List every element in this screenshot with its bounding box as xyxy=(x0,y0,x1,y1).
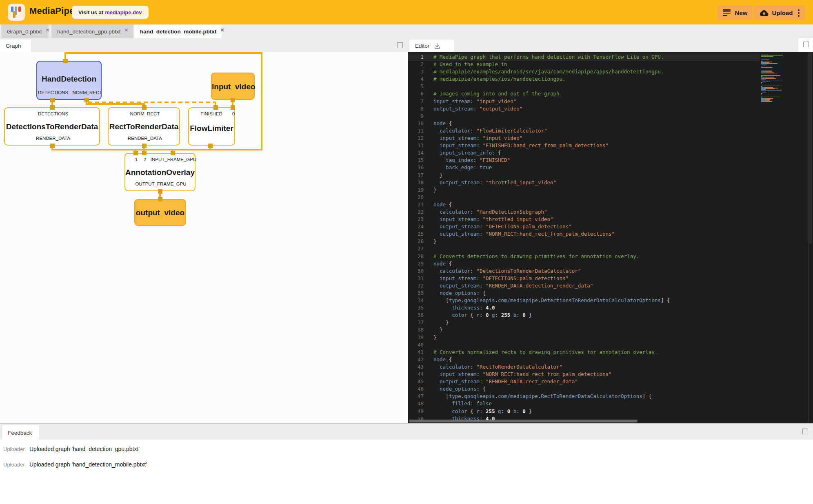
code-line-32[interactable]: 32 output_stream: "RENDER_DATA:detection… xyxy=(408,282,760,290)
code-line-35[interactable]: 35 thickness: 4.0 xyxy=(408,304,760,312)
node-port[interactable] xyxy=(84,98,89,102)
new-button[interactable]: New xyxy=(717,5,753,20)
code-line-26[interactable]: 26} xyxy=(408,238,760,245)
code-line-30[interactable]: 30 calculator: "DetectionsToRenderDataCa… xyxy=(408,267,760,275)
code-area[interactable]: 1# MediaPipe graph that performs hand de… xyxy=(408,53,760,423)
tab-editor[interactable]: Editor xyxy=(409,40,454,52)
line-number: 23 xyxy=(408,216,424,223)
close-tab-icon[interactable]: ✕ xyxy=(124,27,128,33)
code-line-27[interactable]: 27 xyxy=(408,245,760,252)
editor-vertical-scrollbar[interactable] xyxy=(809,52,812,244)
graph-node-DetectionsToRenderData[interactable]: DetectionsToRenderDataDETECTIONSRENDER_D… xyxy=(4,107,100,146)
graph-node-HandDetection[interactable]: HandDetectionDETECTIONSNORM_RECT xyxy=(36,61,102,100)
graph-node-RectToRenderData[interactable]: RectToRenderDataNORM_RECTRENDER_DATA xyxy=(108,107,180,146)
code-line-22[interactable]: 22 calculator: "HandDetectionSubgraph" xyxy=(408,208,760,216)
code-editor[interactable]: 1# MediaPipe graph that performs hand de… xyxy=(407,52,813,423)
code-line-42[interactable]: 42node { xyxy=(408,356,760,363)
code-line-39[interactable]: 39} xyxy=(408,334,760,341)
code-line-11[interactable]: 11 calculator: "FlowLimiterCalculator" xyxy=(408,127,760,135)
code-line-8[interactable]: 8output_stream: "output_video" xyxy=(408,105,760,113)
code-line-13[interactable]: 13 input_stream: "FINISHED:hand_rect_fro… xyxy=(408,142,760,149)
node-port[interactable] xyxy=(231,105,235,110)
code-line-5[interactable]: 5 xyxy=(408,83,760,90)
graph-node-AnnotationOverlay[interactable]: AnnotationOverlay12INPUT_FRAME_GPUOUTPUT… xyxy=(124,153,195,191)
expand-feedback-panel-icon[interactable] xyxy=(802,429,808,434)
code-line-38[interactable]: 38 } xyxy=(408,326,760,334)
node-port[interactable] xyxy=(213,105,218,110)
code-line-40[interactable]: 40 xyxy=(408,341,760,349)
tab-graph[interactable]: Graph xyxy=(0,40,31,52)
code-line-48[interactable]: 48 filled: false xyxy=(408,400,760,407)
code-line-7[interactable]: 7input_stream: "input_video" xyxy=(408,98,760,105)
code-line-23[interactable]: 23 input_stream: "throttled_input_video" xyxy=(408,216,760,223)
node-port[interactable] xyxy=(63,59,68,63)
code-line-6[interactable]: 6# Images coming into and out of the gra… xyxy=(408,90,760,97)
graph-node-input_video[interactable]: input_video xyxy=(211,73,255,100)
node-port[interactable] xyxy=(208,144,213,148)
file-tab-Graph_0.pbtxt[interactable]: Graph_0.pbtxt✕ xyxy=(1,24,49,38)
node-port[interactable] xyxy=(133,151,138,155)
more-options-icon[interactable] xyxy=(798,9,800,17)
expand-editor-panel-icon[interactable] xyxy=(803,42,809,47)
code-line-2[interactable]: 2# Used in the example in xyxy=(408,61,760,68)
graph-node-FlowLimiter[interactable]: FlowLimiterFINISHED0 xyxy=(188,107,235,146)
upload-button[interactable]: Upload xyxy=(754,5,805,20)
code-line-21[interactable]: 21node { xyxy=(408,201,760,208)
code-line-41[interactable]: 41# Converts normalized rects to drawing… xyxy=(408,349,760,356)
close-tab-icon[interactable]: ✕ xyxy=(220,27,224,33)
download-icon[interactable] xyxy=(433,42,441,50)
code-line-1[interactable]: 1# MediaPipe graph that performs hand de… xyxy=(408,53,760,61)
node-port[interactable] xyxy=(142,144,147,148)
close-tab-icon[interactable]: ✕ xyxy=(46,27,50,33)
editor-horizontal-scrollbar[interactable] xyxy=(409,420,638,422)
node-port[interactable] xyxy=(50,144,55,148)
code-line-25[interactable]: 25 output_stream: "NORM_RECT:hand_rect_f… xyxy=(408,230,760,238)
node-port[interactable] xyxy=(158,189,162,194)
code-line-17[interactable]: 17 } xyxy=(408,172,760,179)
code-line-43[interactable]: 43 calculator: "RectToRenderDataCalculat… xyxy=(408,363,760,371)
code-line-24[interactable]: 24 output_stream: "DETECTIONS:palm_detec… xyxy=(408,223,760,230)
code-line-20[interactable]: 20 xyxy=(408,194,760,201)
node-port[interactable] xyxy=(142,151,147,155)
code-line-28[interactable]: 28# Converts detections to drawing primi… xyxy=(408,253,760,260)
node-port[interactable] xyxy=(231,98,235,102)
code-line-18[interactable]: 18 output_stream: "throttled_input_video… xyxy=(408,179,760,186)
node-port[interactable] xyxy=(158,197,162,201)
node-port[interactable] xyxy=(171,151,175,155)
code-line-19[interactable]: 19} xyxy=(408,186,760,194)
file-tab-hand_detection_gpu.pbtxt[interactable]: hand_detection_gpu.pbtxt✕ xyxy=(51,24,133,38)
code-line-14[interactable]: 14 input_stream_info: { xyxy=(408,149,760,157)
code-line-31[interactable]: 31 input_stream: "DETECTIONS:palm_detect… xyxy=(408,275,760,282)
line-number: 11 xyxy=(408,127,424,135)
code-line-15[interactable]: 15 tag_index: "FINISHED" xyxy=(408,157,760,164)
code-line-10[interactable]: 10node { xyxy=(408,120,760,127)
mediapipe-dev-link[interactable]: mediapipe.dev xyxy=(105,9,142,15)
file-tab-hand_detection_mobile.pbtxt[interactable]: hand_detection_mobile.pbtxt✕ xyxy=(134,24,222,38)
code-line-46[interactable]: 46 node_options: { xyxy=(408,385,760,393)
code-line-12[interactable]: 12 input_stream: "input_video" xyxy=(408,135,760,142)
code-line-16[interactable]: 16 back_edge: true xyxy=(408,164,760,171)
code-line-3[interactable]: 3# mediapipie/examples/android/src/java/… xyxy=(408,68,760,75)
tab-feedback[interactable]: Feedback xyxy=(2,425,39,440)
code-line-4[interactable]: 4# mediapipie/examples/ios/handdetection… xyxy=(408,75,760,83)
code-line-47[interactable]: 47 [type.googleapis.com/mediapipe.RectTo… xyxy=(408,393,760,400)
graph-canvas[interactable]: HandDetectionDETECTIONSNORM_RECTinput_vi… xyxy=(0,52,407,423)
node-title: output_video xyxy=(135,208,185,217)
editor-minimap[interactable] xyxy=(761,54,806,103)
code-line-33[interactable]: 33 node_options: { xyxy=(408,290,760,297)
node-port[interactable] xyxy=(142,105,147,110)
code-line-9[interactable]: 9 xyxy=(408,113,760,120)
code-line-45[interactable]: 45 output_stream: "RENDER_DATA:rect_rend… xyxy=(408,378,760,385)
node-port[interactable] xyxy=(50,105,55,110)
code-line-44[interactable]: 44 input_stream: "NORM_RECT:hand_rect_fr… xyxy=(408,371,760,378)
node-port[interactable] xyxy=(50,98,55,102)
graph-node-output_video[interactable]: output_video xyxy=(134,199,186,226)
code-line-29[interactable]: 29node { xyxy=(408,260,760,267)
code-line-49[interactable]: 49 color { r: 255 g: 0 b: 0 } xyxy=(408,408,760,415)
code-line-36[interactable]: 36 color { r: 0 g: 255 b: 0 } xyxy=(408,312,760,319)
line-number: 31 xyxy=(408,275,424,282)
code-line-37[interactable]: 37 } xyxy=(408,319,760,326)
port-label: DETECTIONS xyxy=(38,111,68,116)
expand-graph-panel-icon[interactable] xyxy=(397,42,403,48)
code-line-34[interactable]: 34 [type.googleapis.com/mediapipe.Detect… xyxy=(408,297,760,304)
